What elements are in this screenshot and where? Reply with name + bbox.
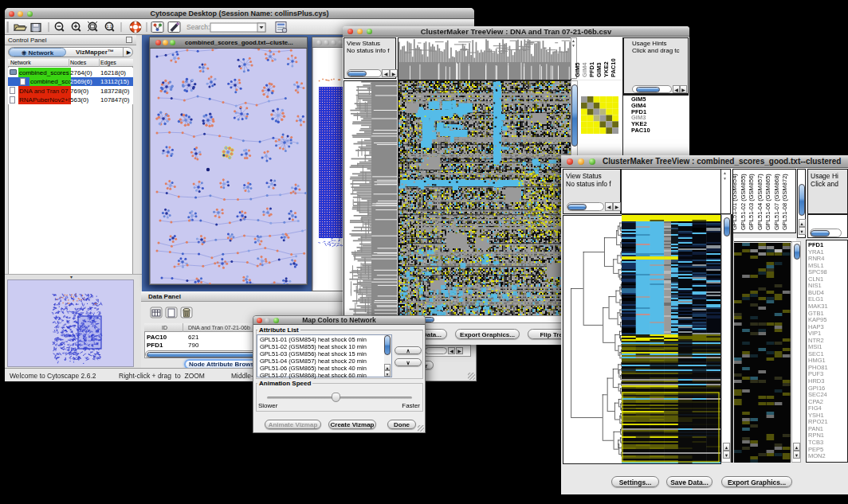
svg-text:Search:: Search: [186, 23, 210, 31]
svg-text:1:1: 1:1 [107, 24, 112, 29]
